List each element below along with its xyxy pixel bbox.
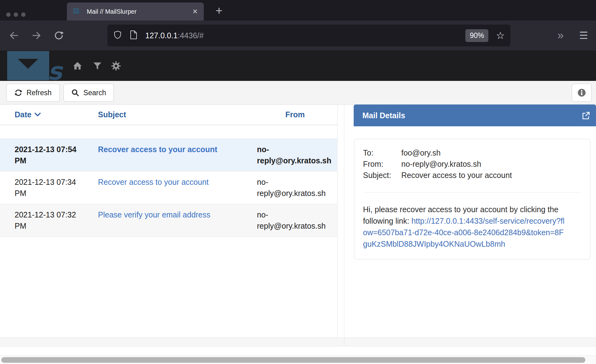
svg-text:s: s — [79, 9, 81, 14]
mail-date: 2021-12-13 07:32 PM — [0, 209, 88, 231]
from-label: From: — [363, 158, 401, 170]
search-button[interactable]: Search — [63, 84, 114, 102]
external-link-icon[interactable] — [581, 111, 590, 121]
url-text[interactable]: 127.0.0.1:4436/# — [145, 31, 204, 40]
mail-list-header: Date Subject From — [0, 105, 337, 125]
shield-icon[interactable] — [113, 30, 122, 41]
mail-details-header: Mail Details — [354, 105, 596, 126]
horizontal-scrollbar[interactable] — [0, 356, 596, 364]
date-column-label: Date — [15, 110, 31, 119]
forward-icon[interactable] — [27, 21, 46, 50]
mail-row[interactable]: 2021-12-13 07:34 PM Recover access to yo… — [0, 171, 337, 204]
info-icon — [577, 88, 586, 97]
from-value: no-reply@ory.kratos.sh — [401, 158, 481, 170]
column-header-from[interactable]: From — [255, 110, 337, 119]
search-icon — [71, 89, 79, 97]
home-icon[interactable] — [72, 61, 83, 71]
screen: s Mail // MailSlurper × + — [0, 0, 596, 364]
footer-band — [0, 346, 596, 356]
mail-date: 2021-12-13 07:34 PM — [0, 176, 88, 199]
to-label: To: — [363, 147, 401, 158]
browser-tab-bar: s Mail // MailSlurper × + — [0, 0, 596, 21]
filter-icon[interactable] — [92, 61, 103, 71]
hamburger-menu-icon[interactable]: ☰ — [574, 21, 594, 50]
back-icon[interactable] — [4, 21, 24, 50]
below-panels-strip — [0, 338, 596, 346]
url-host: 127.0.0.1 — [145, 31, 178, 40]
mail-row[interactable]: 2021-12-13 07:32 PM Please verify your e… — [0, 204, 337, 237]
window-close-dot[interactable] — [6, 12, 11, 17]
window-maximize-dot[interactable] — [21, 12, 26, 17]
reload-icon[interactable] — [49, 21, 68, 50]
mail-subject-link[interactable]: Please verify your email address — [98, 210, 210, 219]
url-bar[interactable]: 127.0.0.1:4436/# 90% ☆ — [107, 25, 510, 46]
app-toolbar: Refresh Search — [0, 81, 596, 105]
overflow-chevrons-icon[interactable]: » — [551, 21, 570, 50]
to-value: foo@ory.sh — [401, 147, 440, 158]
mail-date: 2021-12-13 07:54 PM — [0, 144, 88, 166]
mail-body: Hi, please recover access to your accoun… — [363, 204, 567, 250]
logo-s-letter: s — [48, 57, 63, 80]
subject-value: Recover access to your account — [401, 170, 512, 181]
subject-label: Subject: — [363, 170, 401, 181]
mailslurper-navbar: s — [0, 50, 596, 81]
mail-subject-link[interactable]: Recover access to your account — [98, 178, 209, 186]
tab-favicon-mailslurper-icon: s — [73, 8, 82, 15]
refresh-label: Refresh — [26, 89, 52, 97]
refresh-button[interactable]: Refresh — [6, 84, 60, 102]
window-controls[interactable] — [6, 12, 26, 17]
mail-details-panel: Mail Details To: foo@ory.sh From: no-re — [354, 105, 596, 338]
mail-from: no-reply@ory.kratos.sh — [255, 176, 337, 199]
column-header-date[interactable]: Date — [0, 110, 88, 119]
bookmark-star-icon[interactable]: ☆ — [496, 30, 505, 40]
browser-tab[interactable]: s Mail // MailSlurper × — [67, 2, 204, 21]
mail-subject-link[interactable]: Recover access to your account — [98, 145, 217, 154]
window-minimize-dot[interactable] — [14, 12, 18, 17]
sort-chevron-down-icon — [35, 113, 41, 117]
new-tab-button[interactable]: + — [211, 3, 227, 18]
search-label: Search — [83, 89, 106, 97]
mail-row-selected[interactable]: 2021-12-13 07:54 PM Recover access to yo… — [0, 138, 337, 171]
browser-nav-toolbar: 127.0.0.1:4436/# 90% ☆ » ☰ — [0, 21, 596, 50]
settings-gear-icon[interactable] — [111, 61, 121, 71]
url-path: :4436/# — [178, 31, 203, 40]
mail-details-title: Mail Details — [362, 111, 405, 120]
mail-from: no-reply@ory.kratos.sh — [255, 144, 337, 166]
main-content: Date Subject From 2021-12-13 07:54 PM Re… — [0, 105, 596, 338]
mail-list-panel: Date Subject From 2021-12-13 07:54 PM Re… — [0, 105, 338, 338]
mail-rows: 2021-12-13 07:54 PM Recover access to yo… — [0, 138, 337, 237]
panel-divider — [344, 105, 344, 346]
zoom-level-badge[interactable]: 90% — [465, 29, 488, 42]
card-divider — [363, 192, 581, 193]
page-info-icon[interactable] — [129, 30, 138, 41]
scrollbar-thumb[interactable] — [1, 357, 585, 363]
info-button[interactable] — [572, 84, 592, 102]
refresh-icon — [14, 89, 22, 97]
tab-title: Mail // MailSlurper — [87, 8, 193, 15]
mailslurper-logo[interactable]: s — [7, 51, 72, 82]
tab-close-icon[interactable]: × — [193, 7, 198, 16]
mail-details-card: To: foo@ory.sh From: no-reply@ory.kratos… — [354, 139, 590, 259]
mail-from: no-reply@ory.kratos.sh — [255, 209, 337, 231]
column-header-subject[interactable]: Subject — [88, 110, 255, 119]
